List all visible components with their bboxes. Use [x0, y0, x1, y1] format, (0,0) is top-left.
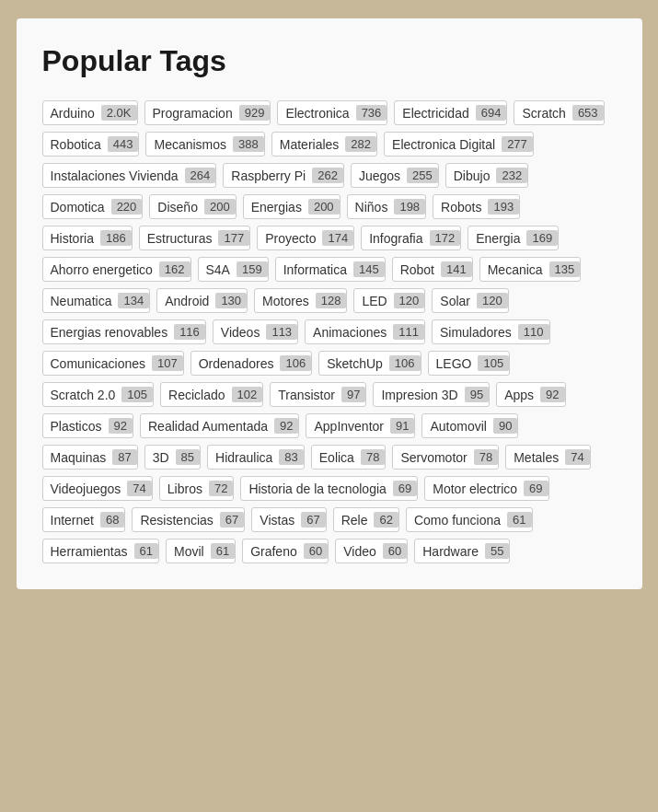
tag-count: 159	[237, 261, 268, 277]
tag-count: 95	[465, 387, 489, 402]
tag-item[interactable]: Proyecto174	[257, 226, 354, 250]
tag-count: 128	[316, 293, 347, 308]
tag-item[interactable]: LEGO105	[428, 351, 511, 376]
tag-item[interactable]: Motor electrico69	[424, 476, 548, 501]
tag-item[interactable]: Diseño200	[149, 194, 236, 219]
tag-item[interactable]: 3D85	[144, 445, 201, 470]
tag-item[interactable]: Como funciona61	[406, 507, 533, 532]
tag-label: Grafeno	[250, 544, 297, 559]
tag-item[interactable]: Robotica443	[42, 132, 140, 157]
tag-item[interactable]: Reciclado102	[160, 382, 263, 407]
tag-item[interactable]: Ordenadores106	[190, 351, 312, 376]
tag-item[interactable]: Metales74	[505, 445, 591, 470]
tag-label: Internet	[51, 513, 94, 528]
tag-item[interactable]: Grafeno60	[242, 539, 329, 563]
tag-item[interactable]: Simuladores110	[432, 319, 550, 344]
tag-label: Automovil	[430, 419, 486, 434]
tag-item[interactable]: Scratch 2.0105	[42, 382, 155, 407]
tag-item[interactable]: Energias renovables116	[42, 319, 206, 344]
tag-item[interactable]: Scratch653	[514, 100, 604, 125]
tag-item[interactable]: Maquinas87	[42, 445, 138, 470]
tag-item[interactable]: Arduino2.0K	[42, 100, 138, 125]
tag-item[interactable]: Animaciones111	[305, 319, 425, 344]
tag-label: Programacion	[153, 106, 233, 121]
tag-count: 169	[526, 230, 558, 246]
tag-item[interactable]: Domotica220	[42, 194, 144, 219]
tag-label: Motores	[262, 294, 309, 308]
tag-item[interactable]: Neumatica134	[42, 288, 151, 313]
tag-item[interactable]: Servomotor78	[392, 445, 499, 470]
tag-item[interactable]: Android130	[156, 288, 248, 313]
tag-item[interactable]: Juegos255	[351, 163, 439, 188]
tag-item[interactable]: Videos113	[213, 319, 298, 344]
tag-count: 72	[209, 481, 233, 496]
tag-item[interactable]: Mecanica135	[479, 257, 582, 282]
tag-item[interactable]: Rele62	[333, 507, 399, 532]
tag-item[interactable]: Impresion 3D95	[373, 382, 490, 407]
tag-item[interactable]: Resistencias67	[132, 507, 245, 532]
tag-item[interactable]: Hidraulica83	[207, 445, 305, 470]
tag-item[interactable]: Herramientas61	[42, 539, 160, 563]
tag-item[interactable]: SketchUp106	[318, 351, 421, 376]
tag-item[interactable]: Dibujo232	[445, 163, 528, 188]
tag-count: 61	[211, 543, 235, 559]
tag-item[interactable]: Historia186	[42, 226, 133, 250]
tag-label: Herramientas	[51, 544, 128, 559]
tag-item[interactable]: Informatica145	[275, 257, 386, 282]
tag-item[interactable]: Estructuras177	[139, 226, 251, 250]
tag-label: Historia de la tecnologia	[248, 481, 386, 496]
tag-item[interactable]: Eolica78	[311, 445, 387, 470]
tag-label: Motor electrico	[433, 481, 517, 496]
tag-item[interactable]: Internet68	[42, 507, 126, 532]
tag-count: 186	[100, 230, 132, 246]
tag-item[interactable]: Libros72	[159, 476, 235, 501]
tag-item[interactable]: Historia de la tecnologia69	[240, 476, 418, 501]
tag-item[interactable]: Niños198	[347, 194, 427, 219]
tag-label: Energias renovables	[51, 325, 168, 340]
tag-item[interactable]: Instalaciones Vivienda264	[42, 163, 217, 188]
tag-item[interactable]: Realidad Aumentada92	[140, 413, 299, 438]
tag-item[interactable]: Robots193	[433, 194, 520, 219]
tag-item[interactable]: Movil61	[166, 539, 236, 563]
tag-item[interactable]: Mecanismos388	[145, 132, 264, 157]
tag-item[interactable]: Transistor97	[270, 382, 366, 407]
tag-label: Robots	[441, 200, 481, 215]
tag-count: 694	[476, 105, 507, 121]
tag-label: Comunicaciones	[51, 356, 146, 371]
tag-item[interactable]: Motores128	[254, 288, 347, 313]
tag-item[interactable]: Videojuegos74	[42, 476, 153, 501]
tag-item[interactable]: Raspberry Pi262	[223, 163, 344, 188]
tag-item[interactable]: S4A159	[198, 257, 269, 282]
tag-label: Solar	[440, 294, 470, 308]
tag-label: Diseño	[157, 200, 198, 215]
tag-item[interactable]: Electronica Digital277	[384, 132, 534, 157]
tag-item[interactable]: Video60	[335, 539, 408, 563]
tag-item[interactable]: AppInventor91	[306, 413, 415, 438]
tag-item[interactable]: Ahorro energetico162	[42, 257, 191, 282]
tag-count: 388	[233, 136, 264, 152]
tags-container: Arduino2.0KProgramacion929Electronica736…	[42, 100, 617, 563]
tag-item[interactable]: Energia169	[468, 226, 559, 250]
tag-label: Arduino	[51, 106, 95, 121]
tag-label: Rele	[341, 513, 368, 528]
tag-item[interactable]: Electronica736	[277, 100, 387, 125]
tag-item[interactable]: Electricidad694	[394, 100, 507, 125]
tag-item[interactable]: Programacion929	[144, 100, 271, 125]
tag-item[interactable]: Infografia172	[361, 226, 461, 250]
tag-item[interactable]: Apps92	[496, 382, 565, 407]
tag-item[interactable]: Materiales282	[271, 132, 377, 157]
tag-label: Ahorro energetico	[51, 262, 153, 277]
tag-item[interactable]: Hardware55	[414, 539, 510, 563]
tag-item[interactable]: Comunicaciones107	[42, 351, 184, 376]
tag-label: Ordenadores	[199, 356, 274, 371]
tag-item[interactable]: Vistas67	[251, 507, 326, 532]
tag-item[interactable]: Plasticos92	[42, 413, 134, 438]
tag-label: Electronica	[285, 106, 349, 121]
tag-item[interactable]: Solar120	[432, 288, 508, 313]
tag-label: Informatica	[283, 262, 347, 277]
tag-item[interactable]: LED120	[353, 288, 425, 313]
tag-label: Videojuegos	[51, 481, 121, 496]
tag-item[interactable]: Energias200	[243, 194, 341, 219]
tag-item[interactable]: Automovil90	[421, 413, 518, 438]
tag-item[interactable]: Robot141	[392, 257, 473, 282]
